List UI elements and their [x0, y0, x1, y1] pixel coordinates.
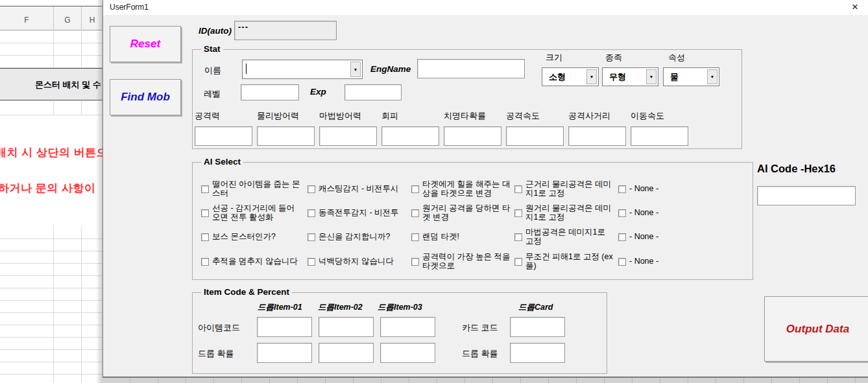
item-code-input-3[interactable] [380, 317, 435, 337]
stat-input-attack[interactable] [195, 126, 252, 146]
checkbox-icon[interactable] [307, 209, 315, 217]
ai-checkbox-label: 보스 몬스터인가? [212, 233, 276, 242]
excel-grid-rows [0, 31, 102, 68]
ai-checkbox-label: 은신을 감지합니까? [319, 233, 390, 242]
excel-gridline [81, 227, 82, 383]
dropdown-arrow-icon[interactable]: ▼ [646, 69, 657, 84]
checkbox-icon[interactable] [618, 233, 626, 241]
ai-checkbox-item[interactable]: 은신을 감지합니까? [307, 233, 411, 242]
ai-checkbox-item[interactable]: 보스 몬스터인가? [201, 233, 307, 242]
screen: F G H 몬스터 배치 및 수 배치 시 상단의 버튼으 하거나 문의 사항이… [0, 0, 868, 383]
reset-button[interactable]: Reset [110, 26, 181, 62]
attribute-combobox[interactable]: 물 ▼ [663, 67, 719, 86]
checkbox-icon[interactable] [201, 233, 209, 241]
ai-checkbox-item[interactable]: 근거리 물리공격은 데미지1로 고정 [514, 180, 618, 198]
card-code-input[interactable] [510, 317, 565, 337]
stat-fields-input-row [195, 126, 693, 146]
checkbox-icon[interactable] [201, 258, 209, 266]
level-field[interactable] [241, 84, 299, 100]
stat-input-move-speed[interactable] [631, 126, 688, 146]
ai-checkbox-item[interactable]: 공격력이 가장 높은 적을 타겟으로 [411, 253, 514, 271]
drop-rate-input-3[interactable] [380, 343, 435, 363]
ai-checkbox-label: 마법공격은 데미지1로 고정 [525, 228, 614, 246]
drop-rate-input-1[interactable] [257, 343, 312, 363]
exp-field[interactable] [344, 84, 402, 100]
text-caret [246, 64, 247, 74]
checkbox-icon[interactable] [307, 185, 315, 193]
bottom-excel-strip [102, 378, 868, 383]
close-icon[interactable]: × [849, 1, 862, 14]
checkbox-icon[interactable] [411, 185, 419, 193]
checkbox-icon[interactable] [411, 233, 419, 241]
ai-checkbox-item[interactable]: - None - [618, 257, 719, 266]
stat-input-attack-speed[interactable] [506, 126, 564, 146]
stat-input-evasion[interactable] [381, 126, 439, 146]
window-title: UserForm1 [110, 3, 149, 12]
checkbox-icon[interactable] [201, 209, 209, 217]
stat-input-magic-defense[interactable] [319, 126, 377, 146]
stat-field-label: 물리방어력 [257, 110, 319, 122]
ai-checkbox-item[interactable]: 무조건 피해1로 고정 (ex 풀) [514, 253, 618, 271]
ai-checkbox-item[interactable]: 추적을 멈추지 않습니다 [201, 257, 307, 266]
item-code-input-2[interactable] [319, 317, 374, 337]
name-combobox[interactable]: ▼ [242, 60, 363, 79]
size-combobox[interactable]: 소형 ▼ [542, 67, 599, 86]
ai-checkbox-item[interactable]: - None - [618, 233, 719, 242]
engname-label: EngName [370, 64, 411, 74]
checkbox-icon[interactable] [514, 233, 522, 241]
excel-grid-row [0, 101, 102, 115]
ai-code-field[interactable] [757, 186, 856, 205]
ai-checkbox-item[interactable]: 타겟에게 힐을 해주는 대상을 타겟으로 변경 [411, 180, 514, 198]
stat-field-label: 공격속도 [506, 110, 568, 122]
checkbox-icon[interactable] [514, 185, 522, 193]
ai-checkbox-item[interactable]: 마법공격은 데미지1로 고정 [514, 228, 618, 246]
ai-code-title: AI Code -Hex16 [757, 163, 836, 175]
ai-checkbox-item[interactable]: 동족전투감지 - 비전투 [307, 209, 411, 218]
checkbox-icon[interactable] [411, 209, 419, 217]
attribute-label: 속성 [668, 52, 685, 64]
stat-group-title: Stat [201, 44, 223, 54]
race-label: 종족 [605, 52, 622, 64]
size-combobox-value: 소형 [549, 71, 566, 83]
dropdown-arrow-icon[interactable]: ▼ [350, 62, 361, 77]
ai-checkbox-item[interactable]: - None - [618, 209, 719, 218]
ai-checkbox-item[interactable]: 랜덤 타겟! [411, 233, 514, 242]
id-auto-label: ID(auto) [199, 26, 232, 36]
ai-checkbox-label: 추적을 멈추지 않습니다 [212, 257, 298, 266]
find-mob-button[interactable]: Find Mob [110, 79, 181, 115]
item-code-input-1[interactable] [257, 317, 312, 337]
checkbox-icon[interactable] [411, 258, 419, 266]
ai-checkbox-label: 떨어진 아이템을 줍는 몬스터 [212, 180, 300, 198]
engname-field[interactable] [417, 59, 525, 78]
titlebar: UserForm1 × [103, 0, 868, 15]
output-data-button[interactable]: Output Data [764, 296, 868, 362]
checkbox-icon[interactable] [307, 258, 315, 266]
card-drop-rate-input[interactable] [510, 343, 565, 363]
checkbox-icon[interactable] [307, 233, 315, 241]
stat-input-crit-rate[interactable] [444, 126, 501, 146]
ai-checkbox-item[interactable]: - None - [618, 185, 719, 194]
drop-rate-input-2[interactable] [319, 343, 374, 363]
ai-checkbox-item[interactable]: 떨어진 아이템을 줍는 몬스터 [201, 180, 307, 198]
stat-input-physical-defense[interactable] [257, 126, 315, 146]
stat-input-attack-range[interactable] [568, 126, 626, 146]
drop-item-header-1: 드롭Item-01 [258, 302, 302, 313]
ai-checkbox-item[interactable]: 캐스팅감지 - 비전투시 [307, 185, 411, 194]
excel-red-note-1: 배치 시 상단의 버튼으 [0, 145, 108, 160]
race-combobox[interactable]: 무형 ▼ [602, 67, 658, 86]
ai-checkbox-item[interactable]: 원거리 공격을 당하면 타겟 변경 [411, 204, 514, 222]
checkbox-icon[interactable] [201, 185, 209, 193]
checkbox-icon[interactable] [618, 258, 626, 266]
id-auto-field[interactable]: --- [234, 21, 337, 40]
ai-checkbox-item[interactable]: 선공 - 감지거리에 들어오면 전투 활성화 [201, 204, 307, 222]
ai-checkbox-item[interactable]: 넉백당하지 않습니다 [307, 257, 411, 266]
checkbox-icon[interactable] [618, 209, 626, 217]
ai-checkbox-item[interactable]: 원거리 물리공격은 데미지1로 고정 [514, 204, 618, 222]
excel-gridline [53, 31, 54, 68]
checkbox-icon[interactable] [618, 185, 626, 193]
checkbox-icon[interactable] [514, 209, 522, 217]
ai-checkbox-label: - None - [629, 233, 658, 242]
dropdown-arrow-icon[interactable]: ▼ [586, 69, 597, 84]
checkbox-icon[interactable] [514, 258, 522, 266]
dropdown-arrow-icon[interactable]: ▼ [707, 69, 717, 84]
